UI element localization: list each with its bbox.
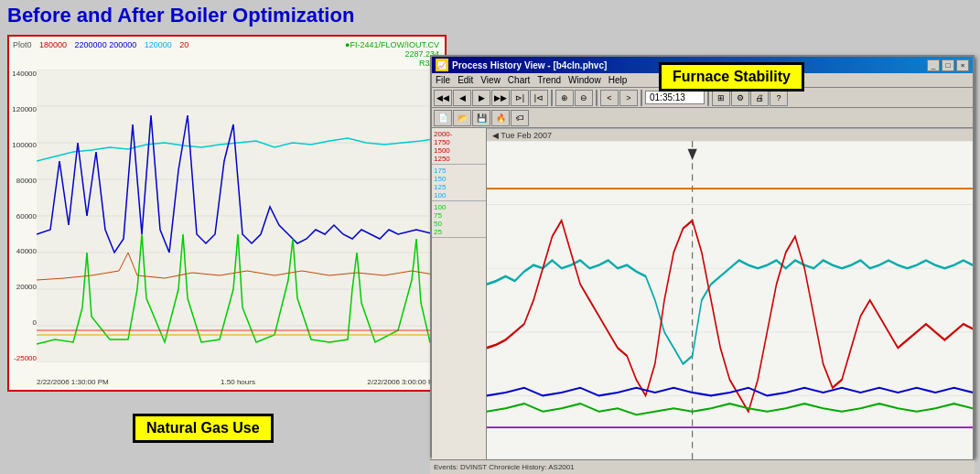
toolbar-btn-flame[interactable]: 🔥 — [491, 110, 510, 126]
menu-file[interactable]: File — [436, 75, 450, 85]
statusbar-text: Events: DVINST Chronicle History: AS2001 — [434, 463, 575, 471]
minimize-button[interactable]: _ — [927, 59, 940, 71]
toolbar-btn-next2[interactable]: > — [619, 90, 638, 106]
legend-line2: 2287.234 — [345, 49, 439, 59]
left-chart-svg — [37, 70, 439, 362]
left-chart-legend: ●FI-2441/FLOW/IOUT.CV 2287.234 R3/hr — [345, 40, 439, 68]
chart-date-label: ◀ Tue Feb 2007 — [487, 128, 973, 141]
app-icon: 📈 — [436, 59, 448, 71]
menu-view[interactable]: View — [480, 75, 501, 85]
right-panel: 📈 Process History View - [b4cln.phvc] _ … — [430, 55, 975, 458]
page-title: Before and After Boiler Optimization — [7, 4, 354, 27]
axis-section-1: 2000- 1750 1500 1250 — [432, 128, 486, 165]
toolbar-btn-print[interactable]: 🖨 — [750, 90, 769, 106]
natural-gas-use-label: Natural Gas Use — [133, 414, 274, 443]
menu-edit[interactable]: Edit — [458, 75, 473, 85]
toolbar-sep2 — [596, 90, 598, 106]
furnace-stability-label: Furnace Stability — [659, 62, 804, 92]
toolbar-sep1 — [551, 90, 553, 106]
right-chart-area: ◀ Tue Feb 2007 — [487, 128, 973, 474]
toolbar-btn-prev[interactable]: ◀ — [453, 90, 471, 106]
toolbar-btn-zoom-in[interactable]: ⊕ — [555, 90, 574, 106]
toolbar-row2: 📄 📂 💾 🔥 🏷 — [432, 108, 973, 128]
toolbar-sep3 — [641, 90, 642, 106]
left-chart-top-labels: Plot0 180000 2200000 200000 120000 20 — [13, 40, 194, 49]
toolbar-btn-fwd[interactable]: ▶ — [472, 90, 490, 106]
menu-trend[interactable]: Trend — [537, 75, 561, 85]
toolbar-sep4 — [707, 90, 709, 106]
toolbar-btn-map[interactable]: ⊞ — [712, 90, 730, 106]
legend-line1: ●FI-2441/FLOW/IOUT.CV — [345, 40, 439, 49]
toolbar-btn-tag[interactable]: 🏷 — [511, 110, 529, 126]
menu-help[interactable]: Help — [608, 75, 628, 85]
toolbar-btn-open[interactable]: 📂 — [453, 110, 471, 126]
toolbar-btn-prev2[interactable]: < — [600, 90, 619, 106]
left-axis-panel: 2000- 1750 1500 1250 175 150 125 100 100… — [432, 128, 487, 474]
toolbar-btn-end[interactable]: |⊲ — [530, 90, 548, 106]
close-button[interactable]: × — [956, 59, 969, 71]
plot0-label: Plot0 — [13, 40, 32, 49]
toolbar-btn-save[interactable]: 💾 — [472, 110, 490, 126]
left-chart-yaxis: 140000 120000 100000 80000 60000 40000 2… — [11, 70, 37, 362]
axis-section-2: 175 150 125 100 — [432, 165, 486, 201]
legend-line3: R3/hr — [345, 59, 439, 68]
toolbar-time[interactable]: 01:35:13 — [645, 91, 705, 104]
toolbar-btn-jump[interactable]: ⊳| — [511, 90, 529, 106]
left-chart: Plot0 180000 2200000 200000 120000 20 ●F… — [7, 35, 447, 392]
menu-window[interactable]: Window — [568, 75, 601, 85]
toolbar-btn-zoom-out[interactable]: ⊖ — [575, 90, 593, 106]
right-panel-content: 2000- 1750 1500 1250 175 150 125 100 100… — [432, 128, 973, 474]
toolbar-btn-ffwd[interactable]: ▶▶ — [491, 90, 510, 106]
maximize-button[interactable]: □ — [942, 59, 954, 71]
right-chart-plot — [487, 141, 973, 459]
toolbar-btn-help2[interactable]: ? — [770, 90, 788, 106]
right-chart-svg — [487, 141, 973, 459]
statusbar: Events: DVINST Chronicle History: AS2001 — [430, 459, 975, 474]
toolbar-btn-settings[interactable]: ⚙ — [731, 90, 749, 106]
page-wrapper: Before and After Boiler Optimization Plo… — [0, 0, 980, 474]
left-chart-plot — [37, 70, 439, 362]
menu-chart[interactable]: Chart — [508, 75, 530, 85]
left-chart-xaxis: 2/22/2006 1:30:00 PM 1.50 hours 2/22/200… — [37, 378, 439, 386]
window-controls: _ □ × — [927, 59, 969, 71]
axis-section-3: 100 75 50 25 — [432, 201, 486, 238]
toolbar-btn-back[interactable]: ◀◀ — [434, 90, 452, 106]
toolbar-btn-new[interactable]: 📄 — [434, 110, 452, 126]
